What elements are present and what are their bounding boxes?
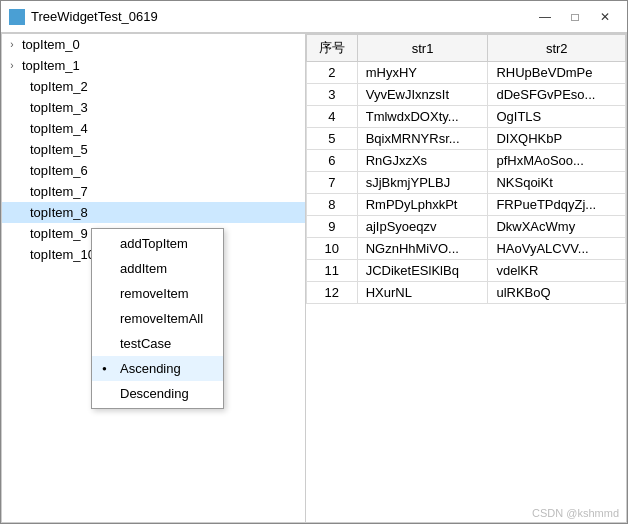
- window-title: TreeWidgetTest_0619: [31, 9, 531, 24]
- menu-item-label: removeItem: [120, 286, 189, 301]
- expand-icon: ›: [6, 60, 18, 72]
- tree-item-label: topItem_10: [30, 247, 95, 262]
- table-cell: vdelKR: [488, 260, 626, 282]
- tree-item[interactable]: topItem_2: [2, 76, 305, 97]
- table-cell: OgITLS: [488, 106, 626, 128]
- table-cell: pfHxMAoSoo...: [488, 150, 626, 172]
- tree-item[interactable]: ›topItem_0: [2, 34, 305, 55]
- title-bar: TreeWidgetTest_0619 — □ ✕: [1, 1, 627, 33]
- table-header: 序号str1str2: [307, 35, 626, 62]
- menu-item-label: Descending: [120, 386, 189, 401]
- table-cell: ulRKBoQ: [488, 282, 626, 304]
- table-cell: DIXQHKbP: [488, 128, 626, 150]
- table-cell: BqixMRNYRsr...: [357, 128, 488, 150]
- context-menu-item[interactable]: testCase: [92, 331, 223, 356]
- table-cell: sJjBkmjYPLBJ: [357, 172, 488, 194]
- menu-item-label: Ascending: [120, 361, 181, 376]
- table-cell: NGznHhMiVO...: [357, 238, 488, 260]
- table-cell: JCDiketESlKlBq: [357, 260, 488, 282]
- table-cell: RmPDyLphxkPt: [357, 194, 488, 216]
- table-cell: TmlwdxDOXty...: [357, 106, 488, 128]
- table-body: 2mHyxHYRHUpBeVDmPe3VyvEwJIxnzsItdDeSFGvP…: [307, 62, 626, 304]
- table-cell: ajIpSyoeqzv: [357, 216, 488, 238]
- menu-item-label: addTopItem: [120, 236, 188, 251]
- tree-item-label: topItem_5: [30, 142, 88, 157]
- table-cell: 11: [307, 260, 358, 282]
- table-cell: NKSqoiKt: [488, 172, 626, 194]
- title-controls: — □ ✕: [531, 6, 619, 28]
- context-menu-item[interactable]: removeItem: [92, 281, 223, 306]
- tree-item[interactable]: topItem_7: [2, 181, 305, 202]
- menu-item-label: testCase: [120, 336, 171, 351]
- table-cell: DkwXAcWmy: [488, 216, 626, 238]
- minimize-button[interactable]: —: [531, 6, 559, 28]
- table-cell: 8: [307, 194, 358, 216]
- table-cell: 2: [307, 62, 358, 84]
- table-cell: HAoVyALCVV...: [488, 238, 626, 260]
- table-cell: 3: [307, 84, 358, 106]
- content-area: ›topItem_0›topItem_1topItem_2topItem_3to…: [1, 33, 627, 523]
- expand-icon: ›: [6, 39, 18, 51]
- tree-item-label: topItem_2: [30, 79, 88, 94]
- table-cell: FRPueTPdqyZj...: [488, 194, 626, 216]
- table-row[interactable]: 4TmlwdxDOXty...OgITLS: [307, 106, 626, 128]
- tree-item-label: topItem_7: [30, 184, 88, 199]
- context-menu-item[interactable]: removeItemAll: [92, 306, 223, 331]
- tree-item-label: topItem_8: [30, 205, 88, 220]
- context-menu: addTopItemaddItemremoveItemremoveItemAll…: [91, 228, 224, 409]
- table-cell: 6: [307, 150, 358, 172]
- table-cell: mHyxHY: [357, 62, 488, 84]
- table-panel: 序号str1str2 2mHyxHYRHUpBeVDmPe3VyvEwJIxnz…: [306, 33, 627, 523]
- tree-item[interactable]: topItem_3: [2, 97, 305, 118]
- tree-item-label: topItem_4: [30, 121, 88, 136]
- table-column-header: str1: [357, 35, 488, 62]
- tree-item[interactable]: topItem_6: [2, 160, 305, 181]
- table-row[interactable]: 8RmPDyLphxkPtFRPueTPdqyZj...: [307, 194, 626, 216]
- table-cell: 4: [307, 106, 358, 128]
- table-cell: RHUpBeVDmPe: [488, 62, 626, 84]
- table-row[interactable]: 9ajIpSyoeqzvDkwXAcWmy: [307, 216, 626, 238]
- table-row[interactable]: 6RnGJxzXspfHxMAoSoo...: [307, 150, 626, 172]
- table-cell: 10: [307, 238, 358, 260]
- table-cell: VyvEwJIxnzsIt: [357, 84, 488, 106]
- menu-item-label: addItem: [120, 261, 167, 276]
- table-cell: 12: [307, 282, 358, 304]
- table-cell: 9: [307, 216, 358, 238]
- table-cell: 5: [307, 128, 358, 150]
- table-row[interactable]: 3VyvEwJIxnzsItdDeSFGvPEso...: [307, 84, 626, 106]
- tree-item-label: topItem_1: [22, 58, 80, 73]
- table-cell: dDeSFGvPEso...: [488, 84, 626, 106]
- table-cell: 7: [307, 172, 358, 194]
- table-cell: RnGJxzXs: [357, 150, 488, 172]
- table-cell: HXurNL: [357, 282, 488, 304]
- app-icon: [9, 9, 25, 25]
- context-menu-item[interactable]: addTopItem: [92, 231, 223, 256]
- table-column-header: 序号: [307, 35, 358, 62]
- main-window: TreeWidgetTest_0619 — □ ✕ ›topItem_0›top…: [0, 0, 628, 524]
- table-column-header: str2: [488, 35, 626, 62]
- context-menu-item[interactable]: addItem: [92, 256, 223, 281]
- tree-item[interactable]: topItem_5: [2, 139, 305, 160]
- table-row[interactable]: 12HXurNLulRKBoQ: [307, 282, 626, 304]
- maximize-button[interactable]: □: [561, 6, 589, 28]
- menu-item-label: removeItemAll: [120, 311, 203, 326]
- watermark: CSDN @kshmmd: [532, 507, 619, 519]
- context-menu-item[interactable]: ●Ascending: [92, 356, 223, 381]
- table-row[interactable]: 10NGznHhMiVO...HAoVyALCVV...: [307, 238, 626, 260]
- tree-item-label: topItem_9: [30, 226, 88, 241]
- table-row[interactable]: 5BqixMRNYRsr...DIXQHKbP: [307, 128, 626, 150]
- tree-item[interactable]: topItem_4: [2, 118, 305, 139]
- tree-item-label: topItem_6: [30, 163, 88, 178]
- table-row[interactable]: 2mHyxHYRHUpBeVDmPe: [307, 62, 626, 84]
- table-row[interactable]: 11JCDiketESlKlBqvdelKR: [307, 260, 626, 282]
- context-menu-item[interactable]: Descending: [92, 381, 223, 406]
- tree-item-label: topItem_3: [30, 100, 88, 115]
- menu-bullet-icon: ●: [102, 364, 107, 373]
- tree-item-label: topItem_0: [22, 37, 80, 52]
- data-table: 序号str1str2 2mHyxHYRHUpBeVDmPe3VyvEwJIxnz…: [306, 34, 626, 304]
- table-row[interactable]: 7sJjBkmjYPLBJNKSqoiKt: [307, 172, 626, 194]
- tree-item[interactable]: topItem_8: [2, 202, 305, 223]
- close-button[interactable]: ✕: [591, 6, 619, 28]
- tree-item[interactable]: ›topItem_1: [2, 55, 305, 76]
